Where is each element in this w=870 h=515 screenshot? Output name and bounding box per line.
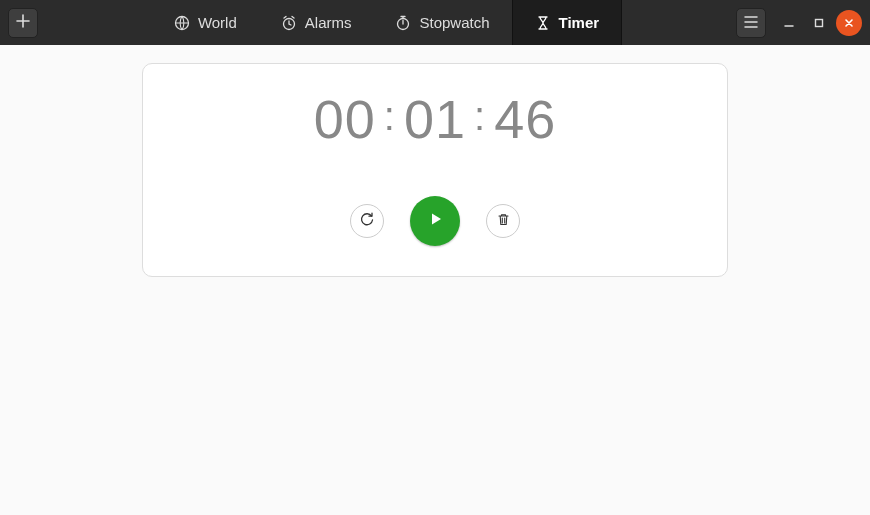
- timer-controls: [350, 196, 520, 246]
- hamburger-icon: [744, 14, 758, 32]
- play-icon: [426, 210, 444, 232]
- start-button[interactable]: [410, 196, 460, 246]
- tab-label: Alarms: [305, 14, 352, 31]
- tab-stopwatch[interactable]: Stopwatch: [373, 0, 511, 45]
- header-right-controls: [736, 8, 870, 38]
- tab-world[interactable]: World: [152, 0, 259, 45]
- headerbar: World Alarms Stopwatch Timer: [0, 0, 870, 45]
- trash-icon: [496, 212, 511, 231]
- plus-icon: [16, 14, 30, 32]
- close-button[interactable]: [836, 10, 862, 36]
- time-seconds: 46: [494, 88, 556, 150]
- tab-label: Stopwatch: [419, 14, 489, 31]
- delete-button[interactable]: [486, 204, 520, 238]
- tab-label: Timer: [559, 14, 600, 31]
- content-area: 00 : 01 : 46: [0, 45, 870, 515]
- tab-alarms[interactable]: Alarms: [259, 0, 374, 45]
- minimize-button[interactable]: [776, 10, 802, 36]
- stopwatch-icon: [395, 15, 411, 31]
- minimize-icon: [784, 14, 794, 32]
- reset-icon: [359, 211, 375, 231]
- alarm-icon: [281, 15, 297, 31]
- tab-timer[interactable]: Timer: [512, 0, 623, 45]
- hourglass-icon: [535, 15, 551, 31]
- maximize-button[interactable]: [806, 10, 832, 36]
- time-hours: 00: [314, 88, 376, 150]
- hamburger-menu-button[interactable]: [736, 8, 766, 38]
- reset-button[interactable]: [350, 204, 384, 238]
- time-minutes: 01: [404, 88, 466, 150]
- close-icon: [844, 14, 854, 32]
- time-separator: :: [384, 94, 396, 139]
- tab-label: World: [198, 14, 237, 31]
- timer-card: 00 : 01 : 46: [142, 63, 728, 277]
- tab-bar: World Alarms Stopwatch Timer: [38, 0, 736, 45]
- globe-icon: [174, 15, 190, 31]
- time-display: 00 : 01 : 46: [314, 88, 556, 150]
- svg-rect-3: [816, 19, 823, 26]
- add-timer-button[interactable]: [8, 8, 38, 38]
- maximize-icon: [814, 14, 824, 32]
- time-separator: :: [474, 94, 486, 139]
